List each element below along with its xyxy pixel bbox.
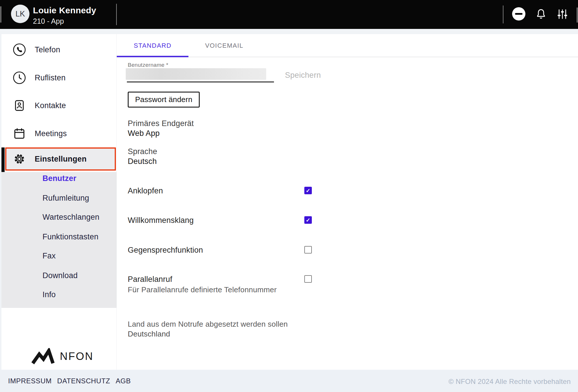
nfon-app-window: LK Louie Kennedy 210 - App (0, 0, 578, 392)
do-not-disturb-status-icon[interactable] (512, 7, 525, 21)
gear-icon (13, 152, 26, 166)
phone-icon (13, 43, 26, 56)
active-tab-underline (117, 56, 188, 57)
submenu-item-download[interactable]: Download (42, 271, 78, 280)
header-divider-left (116, 4, 117, 25)
emergency-country-value: Deutschland (128, 330, 170, 339)
minus-icon (515, 13, 523, 15)
submenu-item-rufumleitung[interactable]: Rufumleitung (42, 193, 89, 203)
gegensprechfunktion-checkbox[interactable]: ✓ (304, 246, 312, 254)
primary-device-label: Primäres Endgerät (128, 119, 194, 128)
sidebar-item-telefon[interactable]: Telefon (1, 41, 114, 58)
primary-device-value: Web App (128, 129, 160, 138)
submenu-item-fax[interactable]: Fax (42, 251, 56, 261)
sidebar-item-label: Telefon (35, 45, 60, 54)
submenu-item-funktionstasten[interactable]: Funktionstasten (42, 232, 99, 242)
footer-copyright: © NFON 2024 Alle Rechte vorbehalten (449, 378, 571, 386)
main-content: STANDARD VOICEMAIL Benutzername * Speich… (116, 34, 578, 370)
contact-card-icon (13, 99, 26, 112)
parallelanruf-checkbox[interactable]: ✓ (304, 275, 312, 283)
willkommensklang-checkbox[interactable]: ✓ (304, 216, 312, 224)
footer-link-agb[interactable]: AGB (116, 377, 131, 385)
avatar-initials: LK (15, 10, 25, 19)
sidebar-item-kontakte[interactable]: Kontakte (1, 97, 114, 114)
header-bar: LK Louie Kennedy 210 - App (0, 0, 578, 29)
user-extension: 210 - App (33, 17, 64, 25)
tuner-sliders-icon[interactable] (557, 8, 568, 20)
sidebar-item-ruflisten[interactable]: Ruflisten (1, 69, 114, 86)
footer-links: IMPRESSUM DATENSCHUTZ AGB (8, 377, 131, 385)
nfon-logo-mark (30, 348, 56, 365)
tab-standard[interactable]: STANDARD (117, 34, 188, 57)
footer-link-datenschutz[interactable]: DATENSCHUTZ (57, 377, 110, 385)
user-name: Louie Kennedy (33, 5, 96, 15)
notifications-bell-icon[interactable] (535, 8, 547, 21)
sidebar: Telefon Ruflisten Kontakte Meetings (1, 34, 116, 370)
gegensprechfunktion-label: Gegensprechfunktion (128, 246, 203, 255)
sidebar-item-label: Ruflisten (35, 73, 66, 82)
sidebar-item-label: Einstellungen (35, 155, 87, 164)
parallelanruf-description: Für Parallelanrufe definierte Telefonnum… (128, 285, 277, 294)
nfon-logo-text: NFON (60, 350, 94, 363)
header-divider-right (503, 5, 503, 23)
check-icon: ✓ (306, 217, 310, 223)
nfon-logo: NFON (30, 348, 94, 365)
right-edge-mark (577, 8, 577, 23)
sidebar-item-label: Kontakte (35, 101, 66, 110)
sidebar-item-einstellungen[interactable]: Einstellungen (5, 147, 116, 171)
check-icon: ✓ (306, 188, 310, 193)
anklopfen-label: Anklopfen (128, 186, 163, 195)
anklopfen-checkbox[interactable]: ✓ (304, 187, 312, 194)
footer-link-impressum[interactable]: IMPRESSUM (8, 377, 52, 385)
sidebar-item-label: Meetings (35, 129, 67, 138)
willkommensklang-label: Willkommensklang (128, 216, 194, 225)
avatar[interactable]: LK (11, 5, 29, 23)
change-password-button[interactable]: Passwort ändern (128, 92, 200, 108)
emergency-country-label: Land aus dem Notrufe abgesetzt werden so… (128, 320, 288, 329)
clock-icon (13, 71, 26, 84)
username-input-underline (127, 82, 274, 82)
username-label: Benutzername * (128, 62, 168, 68)
username-input[interactable] (126, 68, 266, 80)
left-edge-mark (1, 6, 1, 23)
save-button[interactable]: Speichern (285, 71, 321, 80)
calendar-icon (13, 127, 26, 140)
footer-bar: IMPRESSUM DATENSCHUTZ AGB © NFON 2024 Al… (0, 370, 578, 392)
sidebar-item-meetings[interactable]: Meetings (1, 125, 114, 142)
submenu-item-info[interactable]: Info (42, 290, 56, 299)
submenu-item-warteschlangen[interactable]: Warteschlangen (42, 212, 99, 222)
tab-voicemail[interactable]: VOICEMAIL (188, 34, 260, 57)
language-label: Sprache (128, 147, 157, 156)
submenu-item-benutzer[interactable]: Benutzer (42, 173, 76, 183)
language-value: Deutsch (128, 157, 157, 166)
parallelanruf-label: Parallelanruf (128, 275, 172, 284)
